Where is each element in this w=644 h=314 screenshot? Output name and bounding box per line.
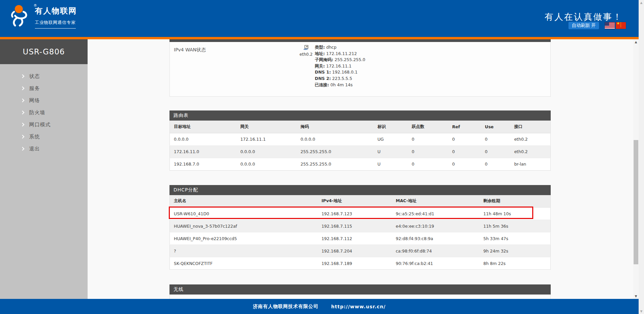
- table-row: SK-QEKNCOFZTITF192.168.7.18990:76:9f:ca:…: [170, 257, 551, 270]
- table-cell: br-lan: [510, 158, 550, 170]
- table-row: 172.16.11.00.0.0.0255.255.255.0U000eth0.…: [170, 145, 551, 158]
- scrollbar-thumb[interactable]: [634, 140, 638, 264]
- sidebar-item-status[interactable]: 状态: [0, 70, 88, 82]
- footer: 济南有人物联网技术有限公司 http://www.usr.cn/: [0, 299, 639, 314]
- china-flag-icon[interactable]: ★★ ★★ ★: [616, 22, 626, 29]
- wan-detail-line: 已连接: 0h 4m 14s: [315, 82, 365, 88]
- table-cell: 192.168.7.0: [170, 158, 237, 170]
- brand-subtitle: 工业物联网通信专家: [35, 20, 76, 29]
- sidebar-item-label: 网口模式: [29, 122, 51, 128]
- table-cell: 0: [481, 145, 510, 158]
- table-header-row: 目标地址 网关 掩码 标识 跃点数 Ref Use 接口: [170, 121, 551, 133]
- wan-interface-name: eth0.2: [298, 52, 314, 57]
- sidebar-item-label: 防火墙: [29, 109, 45, 116]
- sidebar-menu: 状态 服务 网络 防火墙 网口模式 系统: [0, 64, 88, 155]
- table-cell: 0.0.0.0: [296, 133, 373, 145]
- wan-status-title: IPv4 WAN状态: [174, 47, 206, 53]
- sidebar-item-system[interactable]: 系统: [0, 131, 88, 143]
- auto-refresh-toggle-button[interactable]: 自动刷新 开: [568, 22, 599, 29]
- chevron-right-icon: [20, 86, 24, 90]
- table-cell: 9h 24m 32s: [479, 245, 550, 257]
- sidebar-item-services[interactable]: 服务: [0, 82, 88, 94]
- table-cell: 0: [448, 158, 481, 170]
- table-cell: 192.168.7.189: [317, 257, 392, 270]
- language-switcher: ★★ ★★ ★: [605, 22, 626, 29]
- table-cell: 172.16.11.1: [236, 133, 296, 145]
- dhcp-table: 主机名 IPv4-地址 MAC-地址 剩余租期 USR-W610_41D0192…: [169, 195, 551, 270]
- wan-interface: eth0.2: [298, 45, 314, 57]
- chevron-right-icon: [20, 147, 24, 150]
- column-header: 网关: [236, 121, 296, 133]
- table-cell: USR-W610_41D0: [170, 208, 317, 220]
- sidebar-item-label: 状态: [29, 73, 40, 80]
- wan-detail-line: DNS 1: 192.168.0.1: [315, 69, 365, 76]
- device-model-title: USR-G806: [0, 39, 88, 64]
- table-cell: HUAWEI_P40_Pro-e22109ccd5: [170, 232, 317, 245]
- table-cell: 0.0.0.0: [170, 133, 237, 145]
- table-row: 0.0.0.0172.16.11.10.0.0.0UG000eth0.2: [170, 133, 551, 145]
- table-cell: 0: [408, 158, 448, 170]
- column-header: Use: [481, 121, 510, 133]
- table-row: ?192.168.7.204ca:98:f0:6f:d8:749h 24m 32…: [170, 245, 551, 257]
- scroll-down-arrow-icon[interactable]: ▼: [633, 295, 639, 298]
- sidebar: USR-G806 状态 服务 网络 防火墙 网口模式: [0, 39, 88, 299]
- router-admin-page: ® 有人物联网 工业物联网通信专家 有人在认真做事！ 自动刷新 开 ★★ ★★ …: [0, 0, 644, 314]
- column-header: 主机名: [170, 195, 317, 208]
- sidebar-item-network[interactable]: 网络: [0, 94, 88, 106]
- table-row: HUAWEI_nova_3-57b07c122af192.168.7.115e4…: [170, 220, 551, 232]
- table-cell: ?: [170, 245, 317, 257]
- chevron-right-icon: [20, 74, 24, 78]
- chevron-right-icon: [20, 98, 24, 102]
- sidebar-item-firewall[interactable]: 防火墙: [0, 106, 88, 119]
- table-cell: 0: [408, 145, 448, 158]
- window-scrollbar[interactable]: ▲ ▼: [639, 0, 644, 314]
- header-controls: 自动刷新 开 ★★ ★★ ★: [568, 22, 626, 29]
- route-table-header: 路由表: [169, 110, 551, 121]
- table-cell: 255.255.255.0: [296, 158, 373, 170]
- table-cell: 192.168.7.112: [317, 232, 392, 245]
- wireless-section: 无线: [169, 284, 551, 299]
- column-header: Ref: [448, 121, 481, 133]
- brand-block: 有人物联网 工业物联网通信专家: [35, 6, 77, 29]
- footer-website-link[interactable]: http://www.usr.cn/: [331, 304, 386, 309]
- wan-detail-line: 子网掩码: 255.255.255.0: [315, 57, 365, 63]
- dhcp-table-section: DHCP分配 主机名 IPv4-地址 MAC-地址 剩余租期 USR-W610_…: [169, 185, 551, 270]
- sidebar-item-logout[interactable]: 退出: [0, 143, 88, 155]
- usa-flag-icon[interactable]: [605, 22, 615, 29]
- person-logo-icon: [9, 4, 33, 27]
- wan-detail-line: DNS 2: 223.5.5.5: [315, 76, 365, 82]
- sidebar-item-label: 服务: [29, 85, 40, 92]
- table-cell: 192.168.7.123: [317, 208, 392, 220]
- table-cell: UG: [374, 133, 408, 145]
- dhcp-table-header: DHCP分配: [169, 185, 551, 195]
- table-cell: 90:76:9f:ca:b2:41: [392, 257, 479, 270]
- wan-detail-line: 地址: 172.16.11.212: [315, 51, 365, 57]
- wan-detail-line: 类型: dhcp: [315, 44, 365, 51]
- column-header: 剩余租期: [479, 195, 550, 208]
- table-cell: 8h 8m 22s: [479, 257, 550, 270]
- scroll-down-arrow-icon[interactable]: ▼: [639, 310, 644, 313]
- table-cell: ca:98:f0:6f:d8:74: [392, 245, 479, 257]
- chevron-right-icon: [20, 110, 24, 114]
- brand-title: 有人物联网: [35, 6, 77, 16]
- content-scrollbar[interactable]: ▲ ▼: [633, 39, 639, 299]
- table-row: USR-W610_41D0192.168.7.1239c:a5:25:ed:41…: [170, 208, 551, 220]
- table-cell: 9c:a5:25:ed:41:d1: [392, 208, 479, 220]
- route-table: 目标地址 网关 掩码 标识 跃点数 Ref Use 接口 0.0.0.0172.…: [169, 121, 551, 171]
- footer-company-name: 济南有人物联网技术有限公司: [253, 304, 318, 310]
- scrolled-section-header-remnant: [169, 39, 551, 42]
- scroll-up-arrow-icon[interactable]: ▲: [633, 40, 639, 44]
- table-cell: eth0.2: [510, 145, 550, 158]
- table-cell: 192.168.7.115: [317, 220, 392, 232]
- table-cell: 0: [481, 133, 510, 145]
- table-cell: 0.0.0.0: [236, 158, 296, 170]
- sidebar-item-port-mode[interactable]: 网口模式: [0, 119, 88, 131]
- table-cell: 0.0.0.0: [236, 145, 296, 158]
- header-slogan: 有人在认真做事！: [545, 11, 623, 23]
- table-header-row: 主机名 IPv4-地址 MAC-地址 剩余租期: [170, 195, 551, 208]
- wan-status-panel: IPv4 WAN状态 eth0.2 类型: dhcp地址: 172.16.11.…: [169, 42, 551, 97]
- column-header: 掩码: [296, 121, 373, 133]
- accent-divider: [0, 37, 639, 39]
- scroll-up-arrow-icon[interactable]: ▲: [639, 1, 644, 4]
- table-cell: 0: [481, 158, 510, 170]
